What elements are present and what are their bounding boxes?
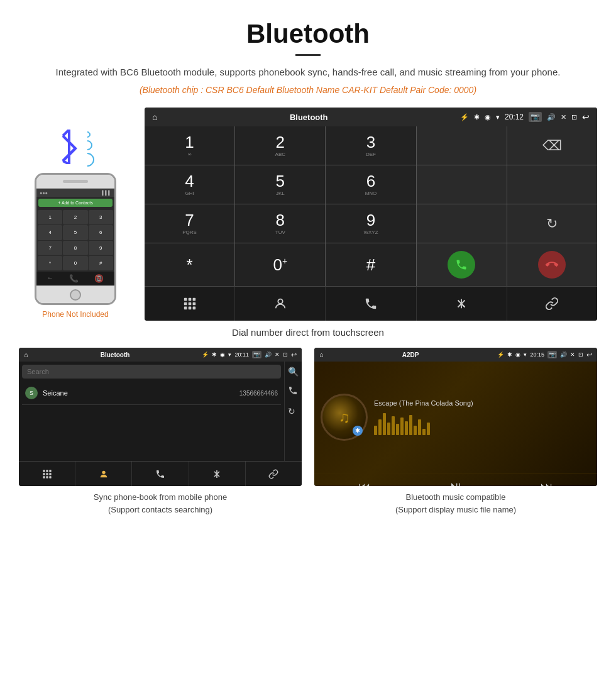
- pb-refresh-icon[interactable]: ↻: [288, 406, 299, 416]
- expand-icon[interactable]: ⊡: [571, 113, 577, 121]
- back-icon[interactable]: ↩: [582, 112, 590, 122]
- phone-key-star[interactable]: *: [38, 256, 62, 270]
- phone-key-hash[interactable]: #: [89, 256, 113, 270]
- viz-bar: [422, 429, 426, 435]
- phone-device: ●●● ▌▌▌ + Add to Contacts 1 2 3 4 5 6 7 …: [35, 173, 116, 305]
- phone-key-8[interactable]: 8: [63, 241, 87, 255]
- phone-keypad: 1 2 3 4 5 6 7 8 9 * 0 #: [36, 209, 114, 272]
- svg-rect-17: [46, 476, 48, 478]
- ms-home-icon[interactable]: ⌂: [319, 351, 324, 358]
- dial-key-8[interactable]: 8 TUV: [235, 204, 325, 243]
- pb-nav-dialpad[interactable]: [19, 462, 75, 486]
- phone-key-7[interactable]: 7: [38, 241, 62, 255]
- dial-key-hash[interactable]: #: [326, 243, 415, 286]
- phonebook-caption: Sync phone-book from mobile phone (Suppo…: [94, 491, 227, 516]
- dial-refresh[interactable]: ↻: [507, 204, 597, 243]
- volume-icon[interactable]: 🔊: [547, 113, 556, 121]
- viz-bar: [418, 419, 421, 435]
- viz-bar: [383, 413, 386, 435]
- pb-nav-bluetooth[interactable]: [189, 462, 246, 486]
- dial-empty-1: [417, 126, 507, 165]
- svg-rect-13: [43, 473, 45, 475]
- phone-key-4[interactable]: 4: [38, 225, 62, 240]
- ms-back-icon[interactable]: ↩: [586, 351, 592, 359]
- signal-text: ▌▌▌: [102, 191, 111, 195]
- pb-camera-icon[interactable]: 📷: [252, 351, 261, 358]
- phone-end-btn[interactable]: 📵: [94, 274, 104, 283]
- dial-key-4[interactable]: 4 GHI: [145, 165, 234, 204]
- close-icon[interactable]: ✕: [561, 113, 566, 121]
- svg-rect-6: [184, 307, 187, 310]
- page-header: Bluetooth Integrated with BC6 Bluetooth …: [0, 0, 616, 108]
- nav-dialpad[interactable]: [145, 287, 235, 321]
- dial-key-1[interactable]: 1 ∞: [145, 126, 234, 165]
- dial-key-5[interactable]: 5 JKL: [235, 165, 325, 204]
- dial-key-7[interactable]: 7 PQRS: [145, 204, 234, 243]
- nav-link[interactable]: [507, 287, 597, 321]
- nav-contacts[interactable]: [235, 287, 326, 321]
- pb-vol-icon[interactable]: 🔊: [265, 351, 272, 358]
- music-visualizer: [374, 410, 591, 435]
- end-call-button[interactable]: [507, 243, 597, 286]
- phone-key-5[interactable]: 5: [63, 225, 87, 240]
- header-description: Integrated with BC6 Bluetooth module, su…: [38, 65, 578, 80]
- pb-search-icon[interactable]: 🔍: [288, 367, 299, 377]
- pb-loc-icon: ◉: [220, 351, 225, 358]
- prev-track-button[interactable]: ⏮: [358, 480, 371, 487]
- phonebook-search-input[interactable]: [27, 368, 276, 375]
- ms-camera-icon[interactable]: 📷: [547, 351, 557, 358]
- viz-bar: [409, 415, 412, 435]
- signal-wave-2: [80, 138, 95, 153]
- dial-key-0[interactable]: 0+: [235, 243, 325, 286]
- dial-empty-2: [417, 165, 507, 204]
- phone-mockup-area: ●●● ▌▌▌ + Add to Contacts 1 2 3 4 5 6 7 …: [19, 108, 132, 321]
- dial-backspace[interactable]: ⌫: [507, 126, 597, 165]
- phonebook-screen-container: ⌂ Bluetooth ⚡ ✱ ◉ ▾ 20:11 📷 🔊 ✕ ⊡ ↩: [19, 348, 302, 516]
- pb-call-icon[interactable]: [288, 385, 299, 397]
- dial-key-3[interactable]: 3 DEF: [326, 126, 415, 165]
- phone-key-1[interactable]: 1: [38, 210, 62, 224]
- phone-key-0[interactable]: 0: [63, 256, 87, 270]
- svg-point-19: [102, 470, 105, 473]
- signal-wave-1: [83, 130, 92, 139]
- phone-key-6[interactable]: 6: [89, 225, 113, 240]
- pb-nav-phone[interactable]: [132, 462, 189, 486]
- pb-nav-contacts[interactable]: [75, 462, 132, 486]
- phone-call-btn[interactable]: 📞: [69, 274, 79, 283]
- phone-key-3[interactable]: 3: [89, 210, 113, 224]
- dial-key-star[interactable]: *: [145, 243, 234, 286]
- ms-usb-icon: ⚡: [497, 351, 504, 358]
- phonebook-item[interactable]: S Seicane 13566664466: [22, 382, 281, 405]
- camera-icon[interactable]: 📷: [529, 112, 542, 122]
- phone-back-btn[interactable]: ←: [47, 274, 53, 283]
- pb-close-icon[interactable]: ✕: [275, 351, 280, 358]
- svg-rect-5: [192, 302, 195, 306]
- phonebook-search-bar[interactable]: [22, 365, 281, 379]
- ms-expand-icon[interactable]: ⊡: [578, 351, 583, 358]
- next-track-button[interactable]: ⏭: [541, 480, 553, 487]
- main-section: ●●● ▌▌▌ + Add to Contacts 1 2 3 4 5 6 7 …: [0, 108, 616, 321]
- svg-point-9: [278, 299, 282, 304]
- pb-back-icon[interactable]: ↩: [291, 351, 297, 359]
- phone-key-9[interactable]: 9: [89, 241, 113, 255]
- call-button[interactable]: [417, 243, 507, 286]
- song-title: Escape (The Pina Colada Song): [374, 399, 591, 407]
- pb-usb-icon: ⚡: [202, 351, 209, 358]
- dial-key-2[interactable]: 2 ABC: [235, 126, 325, 165]
- dial-empty-4: [417, 204, 507, 243]
- phone-home-button[interactable]: [70, 289, 81, 301]
- music-caption-line1: Bluetooth music compatible: [406, 492, 506, 502]
- ms-close-icon[interactable]: ✕: [570, 351, 575, 358]
- dial-empty-3: [507, 165, 597, 204]
- phone-key-2[interactable]: 2: [63, 210, 87, 224]
- nav-phone[interactable]: [326, 287, 416, 321]
- pb-nav-link[interactable]: [246, 462, 302, 486]
- nav-bluetooth[interactable]: [417, 287, 507, 321]
- home-icon[interactable]: ⌂: [152, 112, 157, 122]
- pb-expand-icon[interactable]: ⊡: [283, 351, 288, 358]
- play-pause-button[interactable]: ⏯: [449, 479, 463, 486]
- ms-vol-icon[interactable]: 🔊: [560, 351, 567, 358]
- dial-key-6[interactable]: 6 MNO: [326, 165, 415, 204]
- pb-home-icon[interactable]: ⌂: [24, 351, 28, 358]
- dial-key-9[interactable]: 9 WXYZ: [326, 204, 415, 243]
